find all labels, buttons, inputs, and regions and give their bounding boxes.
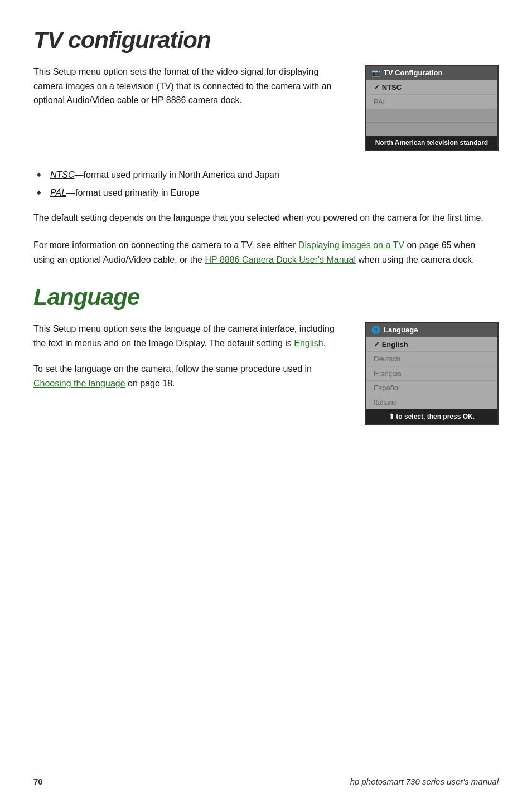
tv-menu-blank2 [366,122,497,136]
bullet-ntsc-term: NTSC [50,170,75,180]
language-para2: To set the language on the camera, follo… [33,362,348,391]
tv-para2-end: when using the camera dock. [356,255,475,264]
hp8886-manual-link[interactable]: HP 8886 Camera Dock User's Manual [205,255,356,264]
language-menu-footer: ⬆ to select, then press OK. [366,409,497,424]
bullet-pal: PAL—format used primarily in Europe [45,186,499,200]
lang-espanol[interactable]: Español [366,380,497,395]
bullet-pal-desc: —format used primarily in Europe [66,188,199,197]
language-intro-before: This Setup menu option sets the language… [33,324,335,348]
tv-intro-text: This Setup menu option sets the format o… [33,65,348,108]
choosing-language-link[interactable]: Choosing the language [33,379,125,388]
tv-section-intro: This Setup menu option sets the format o… [33,65,499,151]
language-menu-header-label: Language [384,326,418,334]
displaying-images-link[interactable]: Displaying images on a TV [298,240,404,250]
language-text-block: This Setup menu option sets the language… [33,322,348,403]
tv-para2: For more information on connecting the c… [33,238,499,268]
lang-english[interactable]: English [366,337,497,351]
lang-francais[interactable]: Français [366,366,497,380]
language-lcd-menu: 🌐 Language English Deutsch Français Espa… [365,322,499,425]
tv-para2-before: For more information on connecting the c… [33,240,298,250]
language-menu-header: 🌐 Language [366,323,497,337]
manual-title: hp photosmart 730 series user's manual [350,777,499,786]
tv-menu-ntsc[interactable]: NTSC [366,80,497,94]
tv-bullet-list: NTSC—format used primarily in North Amer… [45,168,499,200]
tv-menu-header-label: TV Configuration [384,69,442,77]
tv-para1: The default setting depends on the langu… [33,211,499,225]
footer: 70 hp photosmart 730 series user's manua… [33,771,499,786]
tv-menu-blank1 [366,109,497,122]
language-intro-text: This Setup menu option sets the language… [33,322,348,350]
tv-menu-icon: 📷 [371,69,380,77]
lang-italiano[interactable]: Italiano [366,395,497,409]
page-number: 70 [33,777,43,786]
language-intro-end: . [323,338,326,348]
language-title: Language [33,284,499,311]
tv-menu-header: 📷 TV Configuration [366,66,497,80]
language-menu-icon: 🌐 [371,326,380,334]
tv-menu-pal[interactable]: PAL [366,94,497,109]
language-section-intro: This Setup menu option sets the language… [33,322,499,425]
english-link[interactable]: English [294,338,323,348]
language-para2-end: on page 18. [125,379,175,388]
bullet-ntsc-desc: —format used primarily in North America … [75,170,279,180]
tv-lcd-menu: 📷 TV Configuration NTSC PAL North Americ… [365,65,499,151]
tv-menu-footer: North American television standard [366,136,497,150]
bullet-ntsc: NTSC—format used primarily in North Amer… [45,168,499,182]
lang-deutsch[interactable]: Deutsch [366,351,497,366]
bullet-pal-term: PAL [50,188,66,197]
language-para2-before: To set the language on the camera, follo… [33,364,312,374]
tv-config-title: TV configuration [33,27,499,54]
